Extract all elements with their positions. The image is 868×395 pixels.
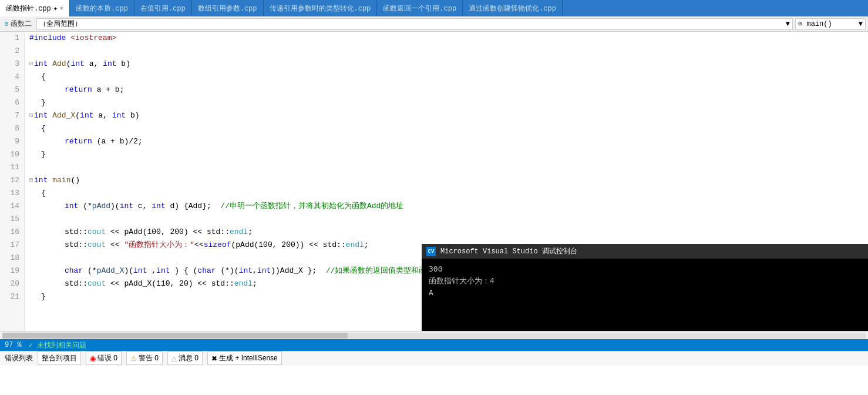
code-line-15 (29, 213, 868, 226)
tab-右值引用[interactable]: 右值引用.cpp (134, 0, 192, 16)
code-line-13: { (29, 187, 868, 200)
scope-icon-item: ⊞ 函数二 (2, 19, 34, 29)
scope-icon: ⊞ (5, 20, 9, 28)
console-line-2: 函数指针大小为：4 (429, 275, 861, 287)
code-line-10: } (29, 148, 868, 161)
horizontal-scrollbar[interactable] (0, 331, 868, 339)
tab-label: 函数指针.cpp (6, 4, 51, 14)
message-icon: △ (171, 354, 177, 363)
no-issues-indicator: ✓ 未找到相关问题 (29, 340, 86, 350)
tab-数组引用参数[interactable]: 数组引用参数.cpp (192, 0, 264, 16)
tab-bar: 函数指针.cpp ✦ ✕ 函数的本质.cpp 右值引用.cpp 数组引用参数.c… (0, 0, 868, 16)
warnings-button[interactable]: ⚠ 警告 0 (126, 352, 163, 365)
global-scope-dropdown[interactable]: （全局范围） ▼ (36, 18, 793, 30)
tab-label: 数组引用参数.cpp (198, 4, 257, 14)
code-line-5: return a + b; (29, 83, 868, 96)
console-title: Microsoft Visual Studio 调试控制台 (440, 246, 577, 256)
console-icon-text: CV (428, 249, 435, 255)
dropdown-arrow-icon: ▼ (786, 20, 790, 28)
message-count: 消息 0 (179, 353, 199, 363)
integrate-project-button[interactable]: 整合到项目 (38, 352, 81, 365)
code-line-2 (29, 45, 868, 58)
error-list-title: 错误列表 (5, 353, 33, 363)
func-scope-dropdown[interactable]: ⊙ main() ▼ (795, 18, 866, 30)
console-body: 300 函数指针大小为：4 A (422, 259, 868, 331)
tab-函数返回引用[interactable]: 函数返回一个引用.cpp (377, 0, 463, 16)
editor-container: 1 2 3 4 5 6 7 8 9 10 11 12 13 14 15 16 1… (0, 32, 868, 331)
code-line-6: } (29, 96, 868, 109)
code-line-7: ⊟int Add_X(int a, int b) (29, 109, 868, 122)
warning-icon: ⚠ (130, 354, 137, 363)
zoom-level: 97 % (5, 341, 22, 349)
code-line-4: { (29, 71, 868, 83)
tab-函数本质[interactable]: 函数的本质.cpp (70, 0, 134, 16)
build-intellisense-button[interactable]: ✖ 生成 + IntelliSense (207, 352, 282, 365)
code-line-1: #include <iostream> (29, 32, 868, 45)
console-overlay: CV Microsoft Visual Studio 调试控制台 300 函数指… (422, 244, 868, 331)
tab-label: 右值引用.cpp (140, 4, 186, 14)
toolbar: ⊞ 函数二 （全局范围） ▼ ⊙ main() ▼ (0, 16, 868, 32)
messages-button[interactable]: △ 消息 0 (167, 352, 203, 365)
tab-label: 传递引用参数时的类型转化.cpp (270, 4, 371, 14)
console-app-icon: CV (426, 247, 436, 256)
console-line-3: A (429, 287, 861, 299)
tab-label: 通过函数创建怪物优化.cpp (469, 4, 556, 14)
code-line-8: { (29, 122, 868, 135)
code-line-14: int (*pAdd)(int c, int d) {Add}; //申明一个函… (29, 200, 868, 213)
errors-button[interactable]: ◉ 错误 0 (86, 352, 122, 365)
warning-count: 警告 0 (139, 353, 159, 363)
scroll-track[interactable] (2, 333, 866, 339)
error-count: 错误 0 (97, 353, 117, 363)
global-scope-text: （全局范围） (39, 19, 82, 29)
build-icon: ✖ (211, 354, 217, 363)
code-line-12: ⊟int main() (29, 174, 868, 187)
console-title-bar: CV Microsoft Visual Studio 调试控制台 (422, 244, 868, 259)
scroll-thumb[interactable] (2, 333, 348, 339)
code-line-16: std::cout << pAdd(100, 200) << std::endl… (29, 226, 868, 239)
modified-icon: ✦ (53, 4, 58, 13)
error-icon: ◉ (90, 354, 96, 363)
func-dropdown-arrow-icon: ▼ (859, 20, 863, 28)
scope-label: 函数二 (11, 19, 32, 29)
error-list: 错误列表 整合到项目 ◉ 错误 0 ⚠ 警告 0 △ 消息 0 ✖ 生成 + I… (0, 351, 868, 366)
tab-label: 函数的本质.cpp (76, 4, 128, 14)
line-numbers: 1 2 3 4 5 6 7 8 9 10 11 12 13 14 15 16 1… (0, 32, 25, 331)
close-icon[interactable]: ✕ (60, 5, 63, 12)
code-line-11 (29, 161, 868, 174)
code-line-3: ⊟int Add(int a, int b) (29, 58, 868, 71)
func-scope-text: ⊙ main() (798, 19, 832, 28)
code-line-9: return (a + b)/2; (29, 135, 868, 148)
tab-label: 函数返回一个引用.cpp (383, 4, 456, 14)
build-label: 生成 + IntelliSense (219, 353, 278, 363)
console-line-1: 300 (429, 263, 861, 275)
code-area[interactable]: #include <iostream> ⊟int Add(int a, int … (25, 32, 868, 331)
status-bar: 97 % ✓ 未找到相关问题 (0, 339, 868, 351)
tab-函数指针[interactable]: 函数指针.cpp ✦ ✕ (0, 0, 70, 16)
tab-传递引用参数[interactable]: 传递引用参数时的类型转化.cpp (264, 0, 378, 16)
tab-通过函数创建怪物[interactable]: 通过函数创建怪物优化.cpp (463, 0, 563, 16)
